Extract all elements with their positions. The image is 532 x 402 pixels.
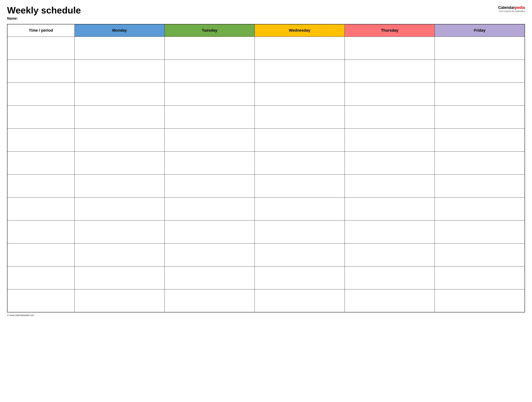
table-cell[interactable] [7, 59, 75, 83]
table-cell[interactable] [7, 289, 75, 312]
name-label: Name: [7, 16, 498, 20]
table-cell[interactable] [254, 289, 345, 312]
table-cell[interactable] [75, 289, 165, 312]
table-cell[interactable] [165, 175, 254, 197]
logo-calendar: Calendar [498, 5, 515, 10]
header-tuesday: Tuesday [165, 24, 254, 37]
table-cell[interactable] [435, 289, 525, 312]
table-cell[interactable] [345, 83, 435, 105]
table-cell[interactable] [165, 220, 254, 243]
table-cell[interactable] [75, 151, 165, 175]
table-cell[interactable] [165, 266, 254, 289]
table-cell[interactable] [435, 175, 525, 197]
table-cell[interactable] [75, 266, 165, 289]
table-cell[interactable] [435, 83, 525, 105]
header-wednesday: Wednesday [254, 24, 345, 37]
table-cell[interactable] [345, 266, 435, 289]
logo-subtitle: Your source for calendars [498, 10, 525, 13]
table-cell[interactable] [7, 175, 75, 197]
table-cell[interactable] [435, 37, 525, 59]
title-section: Weekly schedule Name: [7, 5, 498, 20]
table-cell[interactable] [7, 220, 75, 243]
table-cell[interactable] [254, 151, 345, 175]
table-row [7, 243, 525, 266]
table-cell[interactable] [254, 220, 345, 243]
footer: © www.calendarpedia.com [7, 314, 525, 317]
table-cell[interactable] [7, 266, 75, 289]
table-row [7, 175, 525, 197]
header-monday: Monday [75, 24, 165, 37]
table-cell[interactable] [254, 175, 345, 197]
table-cell[interactable] [75, 243, 165, 266]
table-row [7, 289, 525, 312]
table-cell[interactable] [165, 105, 254, 129]
table-cell[interactable] [435, 59, 525, 83]
table-cell[interactable] [345, 220, 435, 243]
table-cell[interactable] [75, 129, 165, 151]
footer-url: © www.calendarpedia.com [7, 314, 34, 317]
table-header-row: Time / period Monday Tuesday Wednesday T… [7, 24, 525, 37]
table-cell[interactable] [75, 220, 165, 243]
table-cell[interactable] [7, 83, 75, 105]
table-row [7, 197, 525, 220]
table-cell[interactable] [165, 289, 254, 312]
table-cell[interactable] [435, 105, 525, 129]
table-row [7, 151, 525, 175]
table-cell[interactable] [345, 59, 435, 83]
table-cell[interactable] [165, 83, 254, 105]
table-cell[interactable] [345, 37, 435, 59]
table-cell[interactable] [7, 129, 75, 151]
table-row [7, 220, 525, 243]
table-row [7, 266, 525, 289]
table-cell[interactable] [75, 175, 165, 197]
table-cell[interactable] [345, 129, 435, 151]
page-title: Weekly schedule [7, 5, 498, 15]
table-row [7, 37, 525, 59]
table-cell[interactable] [435, 220, 525, 243]
table-cell[interactable] [75, 59, 165, 83]
table-cell[interactable] [435, 151, 525, 175]
table-row [7, 83, 525, 105]
table-cell[interactable] [7, 37, 75, 59]
table-cell[interactable] [345, 289, 435, 312]
page-header: Weekly schedule Name: Calendarpedia Your… [7, 5, 525, 20]
table-cell[interactable] [254, 266, 345, 289]
table-cell[interactable] [254, 59, 345, 83]
table-cell[interactable] [254, 243, 345, 266]
table-cell[interactable] [435, 129, 525, 151]
table-cell[interactable] [7, 197, 75, 220]
header-thursday: Thursday [345, 24, 435, 37]
table-cell[interactable] [345, 197, 435, 220]
table-cell[interactable] [75, 37, 165, 59]
table-cell[interactable] [254, 37, 345, 59]
table-cell[interactable] [165, 197, 254, 220]
table-row [7, 129, 525, 151]
table-cell[interactable] [7, 243, 75, 266]
table-cell[interactable] [7, 151, 75, 175]
table-cell[interactable] [7, 105, 75, 129]
table-cell[interactable] [165, 243, 254, 266]
table-cell[interactable] [165, 37, 254, 59]
table-cell[interactable] [254, 129, 345, 151]
table-cell[interactable] [435, 243, 525, 266]
table-cell[interactable] [75, 105, 165, 129]
table-cell[interactable] [345, 151, 435, 175]
logo-section: Calendarpedia Your source for calendars [498, 5, 525, 13]
logo-text: Calendarpedia [498, 5, 525, 10]
schedule-table: Time / period Monday Tuesday Wednesday T… [7, 24, 525, 312]
table-cell[interactable] [165, 59, 254, 83]
table-cell[interactable] [345, 105, 435, 129]
table-cell[interactable] [254, 83, 345, 105]
table-cell[interactable] [254, 197, 345, 220]
table-cell[interactable] [254, 105, 345, 129]
table-cell[interactable] [165, 151, 254, 175]
table-row [7, 59, 525, 83]
table-cell[interactable] [435, 197, 525, 220]
table-row [7, 105, 525, 129]
table-cell[interactable] [75, 197, 165, 220]
table-cell[interactable] [435, 266, 525, 289]
table-cell[interactable] [345, 175, 435, 197]
table-cell[interactable] [165, 129, 254, 151]
table-cell[interactable] [345, 243, 435, 266]
table-cell[interactable] [75, 83, 165, 105]
